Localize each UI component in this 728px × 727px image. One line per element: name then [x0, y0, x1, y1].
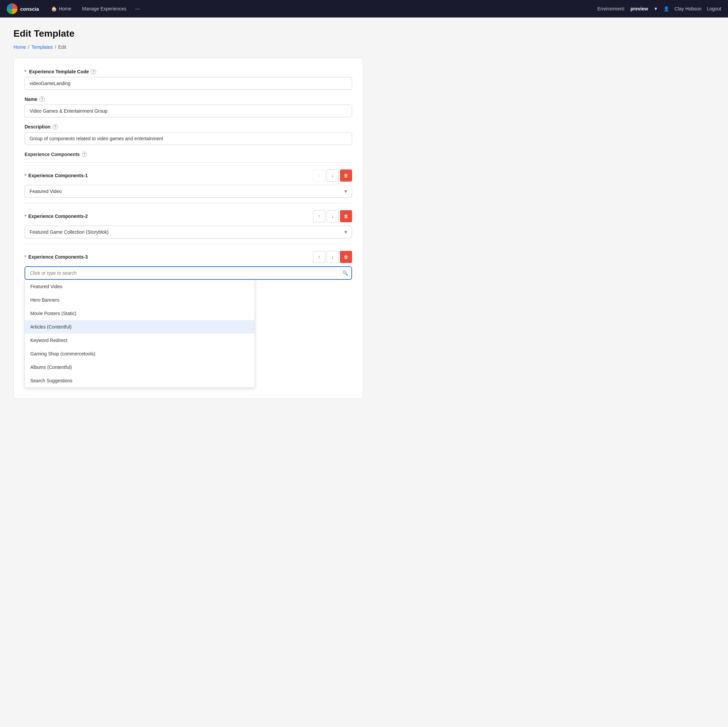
- nav-right: Environment: preview ▼ 👤 Clay Hobson Log…: [598, 6, 721, 11]
- component-3-label: * Experience Components-3: [24, 254, 88, 260]
- breadcrumb-templates[interactable]: Templates: [31, 44, 53, 50]
- component-item-1: * Experience Components-1 ↑ ↓ 🗑 Featured…: [24, 162, 352, 198]
- required-star: *: [24, 69, 26, 74]
- component-3-delete-button[interactable]: 🗑: [340, 251, 352, 263]
- form-card: * Experience Template Code ? Name ? Desc…: [14, 58, 363, 399]
- trash-icon-3: 🗑: [344, 254, 349, 260]
- breadcrumb-sep-2: /: [55, 44, 56, 50]
- name-input[interactable]: [24, 104, 352, 117]
- component-2-delete-button[interactable]: 🗑: [340, 210, 352, 222]
- logo-icon: [7, 3, 17, 14]
- breadcrumb-current: Edit: [58, 44, 66, 50]
- component-1-label: * Experience Components-1: [24, 173, 88, 178]
- logo[interactable]: conscia: [7, 3, 39, 14]
- trash-icon-2: 🗑: [344, 214, 349, 219]
- nav-manage-experiences[interactable]: Manage Experiences: [78, 4, 130, 14]
- component-2-select-display[interactable]: Featured Game Collection (Storyblok): [24, 226, 352, 239]
- nav-links: 🏠 Home Manage Experiences ···: [47, 3, 142, 14]
- page-wrapper: Edit Template Home / Templates / Edit * …: [0, 17, 728, 727]
- component-1-select-display[interactable]: Featured Video: [24, 185, 352, 198]
- description-group: Description ?: [24, 124, 352, 145]
- name-help-icon[interactable]: ?: [39, 96, 45, 102]
- user-name[interactable]: Clay Hobson: [674, 6, 702, 11]
- template-code-help-icon[interactable]: ?: [91, 69, 96, 74]
- component-item-3: * Experience Components-3 ↑ ↓ 🗑 🔍: [24, 244, 352, 388]
- component-2-select[interactable]: Featured Game Collection (Storyblok) ▼: [24, 226, 352, 239]
- breadcrumb: Home / Templates / Edit: [14, 44, 363, 50]
- exp-components-section-label: Experience Components ?: [24, 152, 352, 157]
- component-2-up-button[interactable]: ↑: [313, 210, 325, 222]
- breadcrumb-home[interactable]: Home: [14, 44, 26, 50]
- dropdown-option-search-suggestions[interactable]: Search Suggestions: [25, 374, 255, 387]
- exp-components-help-icon[interactable]: ?: [82, 152, 87, 157]
- trash-icon: 🗑: [344, 173, 349, 178]
- name-group: Name ?: [24, 96, 352, 117]
- template-code-group: * Experience Template Code ?: [24, 69, 352, 90]
- breadcrumb-sep-1: /: [28, 44, 29, 50]
- logout-button[interactable]: Logout: [707, 6, 721, 11]
- nav-home[interactable]: 🏠 Home: [47, 4, 75, 14]
- description-input[interactable]: [24, 132, 352, 145]
- component-1-up-button[interactable]: ↑: [313, 170, 325, 182]
- user-avatar-icon: 👤: [664, 6, 669, 11]
- main-content: Edit Template Home / Templates / Edit * …: [0, 17, 376, 410]
- component-2-down-button[interactable]: ↓: [326, 210, 339, 222]
- component-header-3: * Experience Components-3 ↑ ↓ 🗑: [24, 251, 352, 263]
- page-title: Edit Template: [14, 28, 363, 39]
- component-header-2: * Experience Components-2 ↑ ↓ 🗑: [24, 210, 352, 222]
- component-3-down-button[interactable]: ↓: [326, 251, 339, 263]
- component-3-search-wrapper: 🔍: [24, 266, 352, 280]
- dropdown-option-movie-posters[interactable]: Movie Posters (Static): [25, 307, 255, 320]
- dropdown-option-albums-contentful[interactable]: Albums (Contentful): [25, 360, 255, 374]
- component-3-up-button[interactable]: ↑: [313, 251, 325, 263]
- dropdown-option-featured-video[interactable]: Featured Video: [25, 280, 255, 293]
- component-1-select[interactable]: Featured Video ▼: [24, 185, 352, 198]
- template-code-label: * Experience Template Code ?: [24, 69, 352, 74]
- dropdown-option-keyword-redirect[interactable]: Keyword Redirect: [25, 334, 255, 347]
- component-3-dropdown: Featured Video Hero Banners Movie Poster…: [24, 279, 255, 388]
- description-label: Description ?: [24, 124, 352, 130]
- logo-text: conscia: [20, 6, 39, 12]
- name-label: Name ?: [24, 96, 352, 102]
- template-code-input[interactable]: [24, 77, 352, 90]
- chevron-down-icon: ▼: [653, 6, 658, 11]
- component-2-label: * Experience Components-2: [24, 214, 88, 219]
- environment-value[interactable]: preview: [630, 6, 648, 11]
- component-1-down-button[interactable]: ↓: [326, 170, 339, 182]
- component-1-actions: ↑ ↓ 🗑: [313, 170, 352, 182]
- component-3-search-input[interactable]: [24, 266, 352, 280]
- environment-label: Environment:: [598, 6, 625, 11]
- component-1-delete-button[interactable]: 🗑: [340, 170, 352, 182]
- navbar: conscia 🏠 Home Manage Experiences ··· En…: [0, 0, 728, 17]
- dropdown-option-hero-banners[interactable]: Hero Banners: [25, 293, 255, 307]
- nav-more-dots[interactable]: ···: [133, 3, 142, 14]
- dropdown-option-gaming-shop[interactable]: Gaming Shop (commercetools): [25, 347, 255, 360]
- component-item-2: * Experience Components-2 ↑ ↓ 🗑 Featured…: [24, 203, 352, 239]
- component-3-actions: ↑ ↓ 🗑: [313, 251, 352, 263]
- home-icon: 🏠: [51, 6, 57, 11]
- component-header-1: * Experience Components-1 ↑ ↓ 🗑: [24, 170, 352, 182]
- component-2-actions: ↑ ↓ 🗑: [313, 210, 352, 222]
- description-help-icon[interactable]: ?: [52, 124, 58, 130]
- dropdown-option-articles-contentful[interactable]: Articles (Contentful): [25, 320, 255, 334]
